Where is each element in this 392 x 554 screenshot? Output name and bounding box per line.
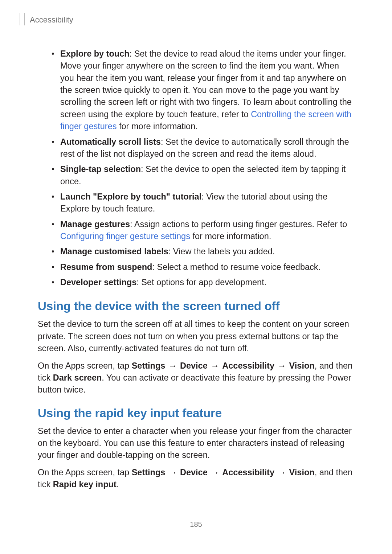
list-item: Explore by touch: Set the device to read… (52, 48, 354, 133)
section-paragraph: Set the device to enter a character when… (38, 425, 354, 461)
bullet-text-after: for more information. (190, 231, 271, 241)
page-header: Accessibility (20, 14, 354, 26)
list-item: Automatically scroll lists: Set the devi… (52, 136, 354, 160)
section-heading-dark-screen: Using the device with the screen turned … (38, 299, 354, 313)
list-item: Resume from suspend: Select a method to … (52, 261, 354, 273)
arrow-icon: → (210, 360, 220, 372)
bullet-text: : Set the device to read aloud the items… (60, 49, 352, 119)
arrow-icon: → (168, 467, 178, 479)
page-header-title: Accessibility (30, 15, 73, 25)
list-item: Manage customised labels: View the label… (52, 246, 354, 258)
list-item: Single-tap selection: Set the device to … (52, 163, 354, 188)
nav-step: Settings (132, 468, 166, 477)
arrow-icon: → (168, 360, 178, 372)
bullet-title: Launch "Explore by touch" tutorial (60, 192, 201, 201)
bullet-title: Single-tap selection (60, 164, 141, 174)
bullet-title: Manage customised labels (60, 247, 168, 256)
bullet-title: Resume from suspend (60, 262, 152, 272)
bullet-title: Developer settings (60, 278, 136, 287)
link-configuring-gestures[interactable]: Configuring finger gesture settings (60, 231, 190, 241)
bullet-text-after: for more information. (117, 122, 197, 131)
nav-step: Device (180, 361, 208, 370)
bullet-text: : Assign actions to perform using finger… (130, 219, 347, 229)
option-name: Rapid key input (53, 480, 117, 489)
nav-step: Accessibility (222, 468, 274, 477)
page-content: Accessibility Explore by touch: Set the … (0, 0, 392, 491)
nav-step: Accessibility (222, 361, 274, 370)
header-decorative-bars (20, 13, 25, 25)
bullet-text: : Select a method to resume voice feedba… (152, 262, 320, 272)
bullet-title: Explore by touch (60, 49, 130, 58)
bullet-text: : Set options for app development. (136, 278, 266, 287)
feature-bullet-list: Explore by touch: Set the device to read… (38, 48, 354, 288)
nav-step: Vision (289, 361, 315, 370)
list-item: Manage gestures: Assign actions to perfo… (52, 218, 354, 243)
arrow-icon: → (210, 467, 220, 479)
section-paragraph: Set the device to turn the screen off at… (38, 318, 354, 354)
page-number: 185 (0, 520, 392, 529)
arrow-icon: → (277, 467, 287, 479)
nav-step: Settings (132, 361, 166, 370)
text-fragment: On the Apps screen, tap (38, 361, 132, 370)
bullet-title: Manage gestures (60, 219, 130, 229)
arrow-icon: → (277, 360, 287, 372)
list-item: Launch "Explore by touch" tutorial: View… (52, 191, 354, 215)
bullet-text: : View the labels you added. (168, 247, 275, 256)
nav-step: Vision (289, 468, 315, 477)
list-item: Developer settings: Set options for app … (52, 276, 354, 288)
text-fragment: On the Apps screen, tap (38, 468, 132, 477)
section-heading-rapid-key: Using the rapid key input feature (38, 406, 354, 420)
text-fragment: . (117, 480, 119, 489)
section-paragraph: On the Apps screen, tap Settings → Devic… (38, 360, 354, 396)
bullet-title: Automatically scroll lists (60, 137, 161, 147)
option-name: Dark screen (53, 373, 102, 382)
section-paragraph: On the Apps screen, tap Settings → Devic… (38, 467, 354, 491)
nav-step: Device (180, 468, 208, 477)
